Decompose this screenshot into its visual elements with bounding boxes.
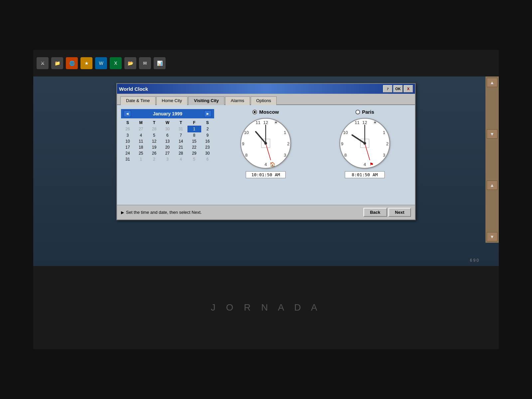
keyboard-area: J O R N A D A — [33, 266, 499, 349]
cal-day[interactable]: 21 — [174, 144, 188, 150]
cal-day[interactable]: 13 — [161, 138, 174, 144]
cal-day[interactable]: 29 — [188, 150, 201, 156]
taskbar-icon-6[interactable]: X — [110, 57, 122, 69]
paris-time[interactable]: 8:01:50 AM — [345, 171, 385, 178]
cal-day[interactable]: 26 — [148, 150, 161, 156]
taskbar-icon-8[interactable]: ✉ — [139, 57, 151, 69]
cal-day[interactable]: 23 — [201, 144, 214, 150]
cal-day[interactable]: 12 — [148, 138, 161, 144]
cal-day[interactable]: 20 — [161, 144, 174, 150]
cal-day-header-t1: T — [148, 120, 161, 126]
paris-label-row: Paris — [355, 109, 374, 115]
taskbar-icon-3[interactable]: 🌐 — [66, 57, 78, 69]
cal-day[interactable]: 27 — [161, 150, 174, 156]
cal-day[interactable]: 3 — [161, 156, 174, 162]
cal-day[interactable]: 31 — [174, 126, 188, 132]
moscow-time[interactable]: 10:01:50 AM — [246, 171, 286, 178]
status-code: 6 9 0 — [470, 258, 479, 263]
tab-date-time[interactable]: Date & Time — [120, 96, 156, 105]
svg-point-33 — [363, 142, 366, 145]
close-button[interactable]: X — [404, 85, 413, 92]
ok-button[interactable]: OK — [393, 85, 403, 92]
back-button[interactable]: Back — [363, 208, 387, 217]
cal-day[interactable]: 11 — [134, 138, 148, 144]
svg-text:2: 2 — [386, 141, 388, 146]
moscow-radio[interactable] — [252, 110, 257, 114]
cal-day[interactable]: 30 — [201, 150, 214, 156]
paris-clock-face: 12 1 2 3 4 8 9 10 11 ☀ — [338, 117, 391, 170]
svg-text:3: 3 — [383, 153, 385, 158]
help-button[interactable]: ? — [383, 85, 392, 92]
instruction-text: Set the time and date, then select Next. — [126, 210, 202, 215]
cal-day[interactable]: 30 — [161, 126, 174, 132]
cal-day[interactable]: 2 — [148, 156, 161, 162]
cal-day[interactable]: 6 — [161, 132, 174, 139]
calendar-prev-btn[interactable]: ◄ — [124, 110, 131, 117]
svg-text:⚑: ⚑ — [369, 162, 374, 167]
svg-text:1: 1 — [284, 130, 286, 135]
tab-alarms[interactable]: Alarms — [225, 96, 250, 105]
cal-day[interactable]: 18 — [134, 144, 148, 150]
next-button[interactable]: Next — [388, 208, 411, 217]
scroll-down2-btn[interactable]: ▼ — [487, 232, 497, 241]
taskbar-icon-4[interactable]: ★ — [80, 57, 92, 69]
taskbar-icon-5[interactable]: W — [95, 57, 107, 69]
cal-day[interactable]: 31 — [121, 156, 134, 162]
cal-day[interactable]: 24 — [121, 150, 134, 156]
calendar-section: ◄ January 1999 ► S M T W — [121, 109, 214, 201]
svg-text:9: 9 — [341, 141, 343, 146]
svg-text:3: 3 — [284, 153, 286, 158]
cal-day[interactable]: 3 — [121, 132, 134, 139]
svg-text:4: 4 — [363, 162, 366, 167]
cal-day[interactable]: 7 — [174, 132, 188, 139]
scroll-up2-btn[interactable]: ▲ — [487, 181, 497, 190]
cal-day[interactable]: 8 — [188, 132, 201, 139]
taskbar-icon-1[interactable]: ⚔ — [37, 57, 49, 69]
svg-text:8: 8 — [245, 153, 247, 158]
cal-day[interactable]: 4 — [174, 156, 188, 162]
taskbar-top: ⚔ 📁 🌐 ★ W X 📂 ✉ 📊 — [33, 50, 499, 76]
cal-day[interactable]: 6 — [201, 156, 214, 162]
city-row: Moscow 12 1 2 3 4 — [219, 109, 411, 178]
taskbar-icon-7[interactable]: 📂 — [124, 57, 136, 69]
cal-day[interactable]: 22 — [188, 144, 201, 150]
cal-day[interactable]: 28 — [174, 150, 188, 156]
right-scrollbar: ▲ ▼ ▲ ▼ — [485, 76, 499, 243]
moscow-city-name: Moscow — [259, 109, 279, 115]
calendar-grid: S M T W T F S — [121, 120, 214, 162]
cal-day[interactable]: 15 — [188, 138, 201, 144]
taskbar-icon-2[interactable]: 📁 — [51, 57, 63, 69]
svg-text:☀: ☀ — [373, 120, 377, 125]
cal-day[interactable]: 1 — [134, 156, 148, 162]
play-icon: ▶ — [121, 210, 124, 215]
cal-day[interactable]: 5 — [148, 132, 161, 139]
tab-home-city[interactable]: Home City — [156, 96, 188, 105]
calendar-month-year: January 1999 — [153, 111, 183, 116]
calendar-next-btn[interactable]: ► — [204, 110, 211, 117]
cal-day[interactable]: 9 — [201, 132, 214, 139]
cal-day[interactable]: 4 — [134, 132, 148, 139]
cal-day[interactable]: 16 — [201, 138, 214, 144]
cal-day[interactable]: 14 — [174, 138, 188, 144]
cal-day[interactable]: 28 — [148, 126, 161, 132]
taskbar-icon-9[interactable]: 📊 — [154, 57, 166, 69]
tab-options[interactable]: Options — [251, 96, 277, 105]
svg-text:1: 1 — [383, 130, 385, 135]
cal-day[interactable]: 27 — [134, 126, 148, 132]
cal-day[interactable]: 10 — [121, 138, 134, 144]
cal-day[interactable]: 25 — [134, 150, 148, 156]
cal-day[interactable]: 2 — [201, 126, 214, 132]
cal-day[interactable]: 19 — [148, 144, 161, 150]
scroll-down-btn[interactable]: ▼ — [487, 129, 497, 139]
svg-point-16 — [264, 142, 267, 145]
svg-text:11: 11 — [355, 120, 359, 125]
scroll-up-btn[interactable]: ▲ — [487, 78, 497, 87]
cal-day-selected[interactable]: 1 — [188, 126, 201, 132]
cal-day[interactable]: 17 — [121, 144, 134, 150]
cal-day[interactable]: 5 — [188, 156, 201, 162]
calendar-header: ◄ January 1999 ► — [121, 109, 214, 118]
tab-visiting-city[interactable]: Visiting City — [188, 96, 224, 105]
world-clock-dialog: World Clock ? OK X Date & Time Home City… — [116, 83, 416, 220]
cal-day[interactable]: 26 — [121, 126, 134, 132]
paris-radio[interactable] — [355, 110, 360, 114]
